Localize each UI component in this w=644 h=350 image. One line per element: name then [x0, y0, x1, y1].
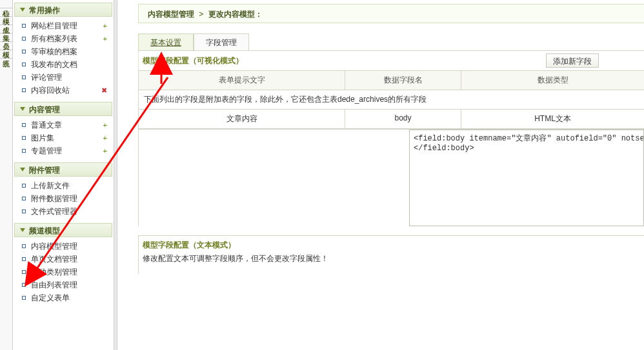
group-content[interactable]: 内容管理 — [14, 102, 112, 116]
vtab-collect[interactable]: 采集 — [0, 25, 12, 34]
bullet-icon — [22, 244, 26, 248]
add-icon[interactable]: + — [103, 35, 107, 43]
text-config-section: 模型字段配置（文本模式） 修改配置文本可调整字段顺序，但不会更改字段属性！ — [138, 235, 644, 274]
bullet-icon — [22, 296, 26, 300]
sidebar-item[interactable]: 所有档案列表+ — [15, 32, 111, 45]
vtab-system[interactable]: 系统 — [0, 50, 12, 59]
bullet-icon — [22, 24, 26, 28]
text-config-desc: 修改配置文本可调整字段顺序，但不会更改字段属性！ — [143, 253, 644, 264]
left-vertical-tabs: 核心 模块 生成 采集 会员 模板 系统 — [0, 0, 13, 350]
text-config-title: 模型字段配置（文本模式） — [143, 240, 644, 251]
sidebar-item[interactable]: 等审核的档案 — [15, 45, 111, 58]
col-prompt: 表单提示文字 — [139, 71, 345, 90]
chevron-down-icon — [20, 228, 25, 232]
sidebar-item[interactable]: 自由列表管理 — [15, 278, 111, 291]
add-icon[interactable]: + — [103, 147, 107, 155]
tabbar: 基本设置 字段管理 — [138, 34, 644, 50]
fields-table: 表单提示文字 数据字段名 数据类型 下面列出的字段是附加表的字段，除此外，它还包… — [138, 70, 644, 130]
sidebar-item[interactable]: 专题管理+ — [15, 144, 111, 157]
sidebar-item[interactable]: 普通文章+ — [15, 119, 111, 131]
add-icon[interactable]: + — [103, 121, 107, 129]
col-field: 数据字段名 — [345, 71, 461, 90]
cell-type: HTML文本 — [461, 110, 644, 129]
breadcrumb: 内容模型管理 > 更改内容模型： — [138, 4, 644, 23]
sidebar-item[interactable]: 我发布的文档 — [15, 58, 111, 71]
sidebar-item[interactable]: 文件式管理器 — [15, 205, 111, 218]
vtab-module[interactable]: 模块 — [0, 8, 12, 17]
table-row[interactable]: 文章内容 body HTML文本 — [139, 110, 644, 129]
sidebar-item[interactable]: 附件数据管理 — [15, 192, 111, 205]
group-title: 频道模型 — [29, 226, 60, 235]
sidebar-item[interactable]: 上传新文件 — [15, 179, 111, 192]
breadcrumb-root[interactable]: 内容模型管理 — [148, 10, 194, 19]
chevron-right-icon: > — [196, 10, 206, 19]
breadcrumb-current: 更改内容模型： — [208, 10, 263, 19]
sidebar-item[interactable]: 联动类别管理 — [15, 266, 111, 278]
bullet-icon — [22, 37, 26, 41]
bullet-icon — [22, 63, 26, 66]
vtab-generate[interactable]: 生成 — [0, 17, 12, 25]
bullet-icon — [22, 209, 26, 213]
main-content: 内容模型管理 > 更改内容模型： 基本设置 字段管理 模型字段配置（可视化模式）… — [119, 0, 644, 350]
bullet-icon — [22, 123, 26, 127]
cell-prompt: 文章内容 — [139, 110, 345, 129]
sidebar-item[interactable]: 网站栏目管理+ — [15, 19, 111, 32]
sidebar-item[interactable]: 图片集+ — [15, 131, 111, 144]
bullet-icon — [22, 88, 26, 92]
sidebar-item[interactable]: 单页文档管理 — [15, 253, 111, 266]
group-title: 内容管理 — [29, 105, 60, 114]
visual-config-title: 模型字段配置（可视化模式） — [139, 55, 546, 66]
sidebar-item-model-manage[interactable]: 内容模型管理 — [15, 240, 111, 253]
tab-basic[interactable]: 基本设置 — [138, 34, 194, 50]
group-channel[interactable]: 频道模型 — [14, 223, 112, 237]
group-attach[interactable]: 附件管理 — [14, 162, 112, 177]
col-type: 数据类型 — [461, 71, 644, 90]
chevron-down-icon — [20, 8, 25, 12]
group-title: 附件管理 — [29, 166, 60, 175]
chevron-down-icon — [20, 168, 25, 171]
bullet-icon — [22, 149, 26, 153]
vtab-core[interactable]: 核心 — [0, 0, 12, 8]
group-title: 常用操作 — [29, 6, 60, 15]
bullet-icon — [22, 50, 26, 53]
sidebar: 常用操作 网站栏目管理+ 所有档案列表+ 等审核的档案 我发布的文档 评论管理 … — [14, 0, 112, 350]
cell-field: body — [345, 110, 461, 129]
bullet-icon — [22, 75, 26, 79]
bullet-icon — [22, 184, 26, 188]
sidebar-item[interactable]: 评论管理 — [15, 71, 111, 84]
vtab-template[interactable]: 模板 — [0, 42, 12, 50]
bullet-icon — [22, 270, 26, 274]
bullet-icon — [22, 136, 26, 140]
bullet-icon — [22, 197, 26, 200]
sidebar-item[interactable]: 内容回收站✖ — [15, 84, 111, 97]
vtab-member[interactable]: 会员 — [0, 34, 12, 42]
bullet-icon — [22, 283, 26, 287]
add-icon[interactable]: + — [103, 22, 107, 30]
group-common[interactable]: 常用操作 — [14, 3, 112, 17]
field-config-textarea[interactable] — [409, 130, 644, 226]
fields-note: 下面列出的字段是附加表的字段，除此外，它还包含主表dede_archives的所… — [139, 90, 644, 110]
trash-icon[interactable]: ✖ — [101, 86, 107, 95]
pane-splitter[interactable] — [114, 0, 117, 350]
sidebar-item[interactable]: 自定义表单 — [15, 291, 111, 304]
bullet-icon — [22, 257, 26, 261]
chevron-down-icon — [20, 107, 25, 111]
add-icon[interactable]: + — [103, 134, 107, 142]
add-field-button[interactable]: 添加新字段 — [546, 53, 599, 68]
tab-fields[interactable]: 字段管理 — [194, 34, 249, 50]
